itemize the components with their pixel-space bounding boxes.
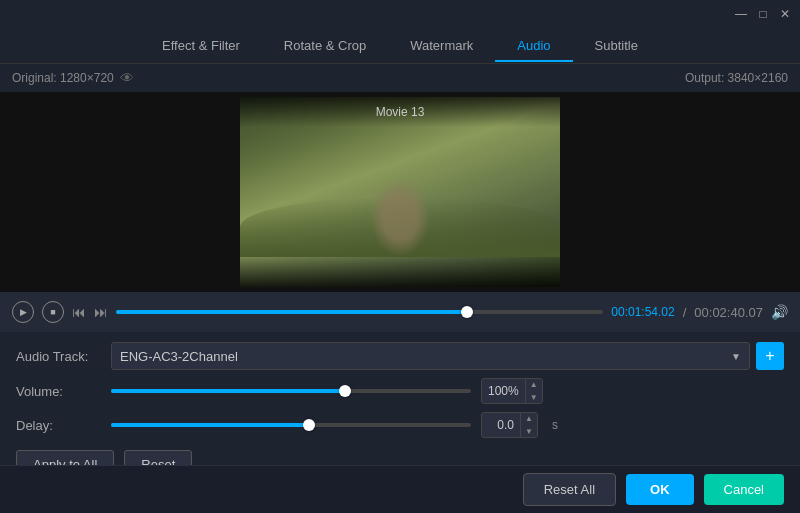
progress-bar[interactable] [116,310,603,314]
delay-unit: s [548,418,562,432]
tab-bar: Effect & Filter Rotate & Crop Watermark … [0,28,800,64]
audio-track-select[interactable]: ENG-AC3-2Channel ▼ [111,342,750,370]
playback-bar: ▶ ■ ⏮ ⏭ 00:01:54.02 / 00:02:40.07 🔊 [0,292,800,332]
video-overlay-bottom [240,257,560,287]
progress-thumb[interactable] [461,306,473,318]
title-bar: — □ ✕ [0,0,800,28]
volume-thumb[interactable] [339,385,351,397]
volume-spinners: ▲ ▼ [525,378,542,404]
audio-track-container: ENG-AC3-2Channel ▼ + [111,342,784,370]
time-separator: / [683,305,687,320]
delay-down-button[interactable]: ▼ [521,425,537,438]
progress-fill [116,310,467,314]
volume-value-box: 100% ▲ ▼ [481,378,543,404]
minimize-button[interactable]: — [734,7,748,21]
volume-down-button[interactable]: ▼ [526,391,542,404]
output-resolution: Output: 3840×2160 [685,71,788,85]
video-preview: Movie 13 [240,97,560,287]
delay-slider[interactable] [111,423,471,427]
cancel-button[interactable]: Cancel [704,474,784,505]
next-button[interactable]: ⏭ [94,304,108,320]
info-bar: Original: 1280×720 👁 Output: 3840×2160 [0,64,800,92]
bottom-bar: Reset All OK Cancel [0,465,800,513]
video-title: Movie 13 [240,97,560,127]
eye-icon[interactable]: 👁 [120,70,134,86]
volume-slider[interactable] [111,389,471,393]
delay-fill [111,423,309,427]
delay-value-box: 0.0 ▲ ▼ [481,412,538,438]
audio-track-value: ENG-AC3-2Channel [120,349,238,364]
volume-value: 100% [482,384,525,398]
video-figure [370,177,430,257]
delay-up-button[interactable]: ▲ [521,412,537,425]
ok-button[interactable]: OK [626,474,694,505]
delay-value: 0.0 [482,418,520,432]
reset-all-button[interactable]: Reset All [523,473,616,506]
original-resolution: Original: 1280×720 [12,71,114,85]
time-elapsed: 00:01:54.02 [611,305,674,319]
audio-track-label: Audio Track: [16,349,101,364]
delay-spinners: ▲ ▼ [520,412,537,438]
delay-row: Delay: 0.0 ▲ ▼ s [16,412,784,438]
play-button[interactable]: ▶ [12,301,34,323]
tab-subtitle[interactable]: Subtitle [573,30,660,61]
chevron-down-icon: ▼ [731,351,741,362]
maximize-button[interactable]: □ [756,7,770,21]
prev-button[interactable]: ⏮ [72,304,86,320]
add-audio-track-button[interactable]: + [756,342,784,370]
volume-slider-container [111,389,471,393]
stop-button[interactable]: ■ [42,301,64,323]
tab-audio[interactable]: Audio [495,30,572,61]
volume-fill [111,389,345,393]
volume-row: Volume: 100% ▲ ▼ [16,378,784,404]
volume-icon[interactable]: 🔊 [771,304,788,320]
tab-watermark[interactable]: Watermark [388,30,495,61]
volume-label: Volume: [16,384,101,399]
volume-up-button[interactable]: ▲ [526,378,542,391]
tab-effect-filter[interactable]: Effect & Filter [140,30,262,61]
tab-rotate-crop[interactable]: Rotate & Crop [262,30,388,61]
audio-track-row: Audio Track: ENG-AC3-2Channel ▼ + [16,342,784,370]
close-button[interactable]: ✕ [778,7,792,21]
delay-label: Delay: [16,418,101,433]
video-area: Movie 13 [0,92,800,292]
delay-slider-container [111,423,471,427]
time-total: 00:02:40.07 [694,305,763,320]
delay-thumb[interactable] [303,419,315,431]
